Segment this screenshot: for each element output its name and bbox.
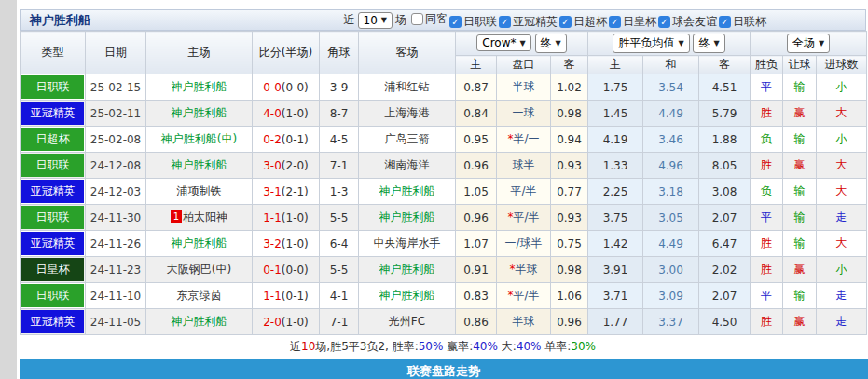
half-time-score: (0-0) (282, 264, 309, 277)
home-team[interactable]: 神户胜利船 (146, 74, 253, 101)
filter-亚冠精英[interactable]: ✓亚冠精英 (499, 14, 558, 30)
summary-segment: 赢率: (443, 340, 473, 353)
away-odds: 0.75 (551, 231, 588, 257)
filter-label: 日皇杯 (623, 14, 656, 30)
home-odds: 0.96 (456, 153, 497, 179)
half-time-score: (2-0) (282, 159, 309, 172)
away-team[interactable]: 光州FC (359, 309, 456, 335)
filter-同客[interactable]: 同客 (411, 11, 448, 27)
goals-result: 小 (817, 257, 867, 283)
away-team[interactable]: 神户胜利船 (359, 257, 456, 283)
corner-count: 4-1 (320, 283, 359, 309)
corner-count: 3-9 (320, 74, 359, 101)
filter-日联杯[interactable]: ✓日联杯 (719, 14, 766, 30)
filter-日超杯[interactable]: ✓日超杯 (559, 14, 607, 30)
checkbox-checked-icon[interactable]: ✓ (609, 16, 621, 28)
home-team[interactable]: 神户胜利船(中) (146, 127, 253, 153)
away-team[interactable]: 广岛三箭 (359, 127, 456, 153)
chevron-down-icon: ▼ (520, 39, 526, 47)
half-time-score: (1-0) (282, 316, 309, 329)
home-team[interactable]: 神户胜利船 (146, 309, 253, 335)
goals-result: 小 (817, 74, 867, 101)
handicap-line: *平/半 (497, 205, 551, 231)
goals-result: 大 (817, 179, 867, 205)
league-badge-cell: 日超杯 (21, 127, 86, 153)
filter-label: 球会友谊 (672, 14, 717, 30)
avg-away-odds: 8.05 (699, 153, 751, 179)
avg-time-select[interactable]: 终 ▼ (693, 34, 724, 53)
checkbox-checked-icon[interactable]: ✓ (559, 16, 572, 28)
checkbox-checked-icon[interactable]: ✓ (499, 16, 511, 28)
full-time-score: 1-1 (263, 290, 282, 303)
home-odds: 1.05 (456, 179, 497, 205)
filter-label: 日超杯 (573, 14, 607, 30)
avg-draw-odds: 3.46 (643, 127, 699, 153)
away-team[interactable]: 上海海港 (359, 101, 456, 127)
page: 神户胜利船 近 10 ▼ 场 同客✓日职联✓亚冠精英✓日超杯✓日皇杯✓球会友谊✓… (0, 0, 868, 379)
corner-count: 6-4 (320, 231, 359, 257)
recent-count-select[interactable]: 10 ▼ (358, 12, 393, 29)
goals-result: 走 (817, 283, 867, 309)
handicap-result: 赢 (783, 309, 817, 335)
handicap-change-star: * (510, 263, 516, 276)
home-team[interactable]: 浦项制铁 (146, 179, 253, 205)
corner-count: 5-5 (320, 205, 359, 231)
corner-count: 4-5 (320, 127, 359, 153)
footer-bar[interactable]: 联赛盘路走势 (20, 359, 868, 379)
checkbox-checked-icon[interactable]: ✓ (449, 16, 462, 28)
score-cell: 3-2(1-0) (253, 231, 320, 257)
avg-home-odds: 4.19 (588, 127, 643, 153)
match-table: 类型 日期 主场 比分(半场) 角球 客场 Crow* ▼ 终 ▼ (20, 31, 867, 335)
col-header-score: 比分(半场) (253, 32, 320, 74)
handicap-line: 平/半 (497, 179, 551, 205)
league-badge: 日职联 (21, 284, 84, 307)
home-team[interactable]: 东京绿茵 (146, 283, 253, 309)
league-badge: 亚冠精英 (21, 232, 84, 255)
away-team[interactable]: 神户胜利船 (359, 205, 456, 231)
avg-odds-select[interactable]: 胜平负均值 ▼ (613, 34, 689, 53)
avg-away-odds: 1.88 (699, 127, 751, 153)
summary-text: 近10场,胜5平3负2, 胜率:50% 赢率:40% 大:40% 单率:30% (290, 340, 596, 353)
chevron-down-icon: ▼ (678, 39, 683, 47)
away-team[interactable]: 神户胜利船 (359, 179, 456, 205)
avg-draw-odds: 3.05 (643, 205, 699, 231)
match-date: 25-02-11 (86, 101, 146, 127)
odds-company-select[interactable]: Crow* ▼ (476, 34, 530, 51)
match-result: 负 (751, 127, 783, 153)
away-team[interactable]: 湘南海洋 (359, 153, 456, 179)
handicap-line: *半/一 (497, 127, 551, 153)
half-time-score: (1-0) (282, 211, 309, 224)
scope-select[interactable]: 全场 ▼ (787, 34, 830, 53)
avg-draw-odds: 4.49 (643, 231, 699, 257)
home-team[interactable]: 神户胜利船 (146, 231, 253, 257)
summary-segment: 场,胜5平3负2, 胜率: (315, 340, 418, 353)
match-row: 日职联 24-12-08 神户胜利船 3-0(2-0) 7-1 湘南海洋 0.9… (21, 153, 867, 179)
league-badge-cell: 日职联 (21, 205, 86, 231)
away-team[interactable]: 浦和红钻 (359, 74, 456, 101)
odds-time-select[interactable]: 终 ▼ (535, 34, 567, 53)
handicap-line: 球半 (497, 153, 551, 179)
avg-odds-group: 胜平负均值 ▼ 终 ▼ (588, 32, 751, 56)
filter-日职联[interactable]: ✓日职联 (449, 14, 497, 30)
filter-日皇杯[interactable]: ✓日皇杯 (609, 14, 656, 30)
avg-away-odds: 3.08 (699, 179, 751, 205)
away-team[interactable]: 神户胜利船 (359, 283, 456, 309)
handicap-result: 输 (783, 205, 817, 231)
home-team[interactable]: 神户胜利船 (146, 101, 253, 127)
checkbox-unchecked-icon[interactable] (411, 13, 423, 25)
avg-away-odds: 4.51 (699, 74, 751, 101)
away-team[interactable]: 中央海岸水手 (359, 231, 456, 257)
half-time-score: (0-0) (282, 81, 309, 94)
filter-球会友谊[interactable]: ✓球会友谊 (658, 14, 717, 30)
checkbox-checked-icon[interactable]: ✓ (719, 16, 731, 28)
chevron-down-icon: ▼ (556, 39, 561, 47)
match-rows: 日职联 25-02-15 神户胜利船 0-0(0-0) 3-9 浦和红钻 0.8… (21, 74, 867, 335)
handicap-line: 半球 (497, 74, 551, 101)
summary-segment: 近 (290, 340, 301, 353)
home-team[interactable]: 神户胜利船 (146, 153, 253, 179)
checkbox-checked-icon[interactable]: ✓ (658, 16, 670, 28)
summary-segment: 50% (419, 340, 444, 353)
home-team[interactable]: 1柏太阳神 (146, 205, 253, 231)
league-badge-cell: 日职联 (21, 74, 86, 101)
home-team[interactable]: 大阪钢巴(中) (146, 257, 253, 283)
